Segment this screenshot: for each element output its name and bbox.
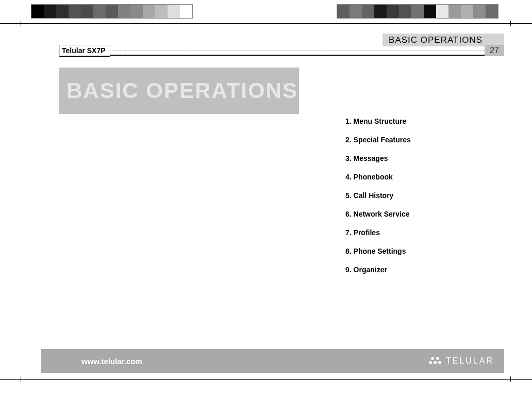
color-swatch [337, 5, 350, 18]
header-row: Telular SX7P 27 [59, 45, 504, 56]
header-rule [110, 45, 485, 56]
telular-logo-icon [428, 355, 443, 367]
color-swatch [387, 5, 399, 18]
toc-item: 4. Phonebook [345, 173, 490, 181]
toc-item: 2. Special Features [345, 136, 490, 144]
color-swatch [69, 5, 81, 18]
color-swatch [93, 5, 106, 18]
svg-point-1 [436, 357, 439, 360]
toc-item: 9. Organizer [345, 266, 490, 274]
svg-point-0 [431, 357, 434, 360]
color-swatch [374, 5, 387, 18]
color-swatch [486, 5, 498, 18]
color-swatch [461, 5, 473, 18]
color-swatch [130, 5, 143, 18]
svg-point-2 [429, 361, 432, 364]
color-swatch [168, 5, 180, 18]
toc-item: 1. Menu Structure [345, 117, 490, 125]
color-swatch [118, 5, 130, 18]
color-swatch [81, 5, 93, 18]
chapter-title-block: BASIC OPERATIONS [59, 68, 299, 114]
page-footer: www.telular.com TELULAR [41, 349, 504, 373]
svg-point-3 [434, 361, 437, 364]
toc-item: 7. Profiles [345, 228, 490, 237]
page-body: BASIC OPERATIONS Telular SX7P 27 BASIC O… [21, 23, 510, 379]
color-swatch [31, 5, 44, 18]
toc-item: 3. Messages [345, 154, 490, 162]
color-swatch [473, 5, 486, 18]
color-swatch-bar-left [31, 4, 193, 19]
footer-brand: TELULAR [446, 356, 494, 366]
toc-item: 8. Phone Settings [345, 247, 490, 255]
color-swatch [180, 5, 192, 18]
color-swatch [44, 5, 56, 18]
bottom-crop-rule [0, 379, 532, 380]
color-swatch [362, 5, 374, 18]
color-swatch-bar-right [337, 4, 498, 19]
footer-url: www.telular.com [81, 357, 142, 366]
color-swatch [143, 5, 155, 18]
color-swatch [448, 5, 461, 18]
color-swatch [350, 5, 362, 18]
svg-point-4 [438, 361, 441, 364]
color-swatch [106, 5, 118, 18]
toc-item: 6. Network Service [345, 210, 490, 218]
footer-logo: TELULAR [428, 355, 494, 367]
color-swatch [155, 5, 168, 18]
color-swatch [399, 5, 411, 18]
color-swatch [56, 5, 69, 18]
toc-item: 5. Call History [345, 191, 490, 200]
table-of-contents: 1. Menu Structure 2. Special Features 3.… [345, 117, 490, 284]
color-swatch [424, 5, 436, 18]
color-swatch [436, 5, 448, 18]
color-swatch [411, 5, 424, 18]
chapter-title: BASIC OPERATIONS [66, 78, 298, 103]
product-name: Telular SX7P [59, 45, 110, 57]
page-number: 27 [485, 45, 504, 56]
